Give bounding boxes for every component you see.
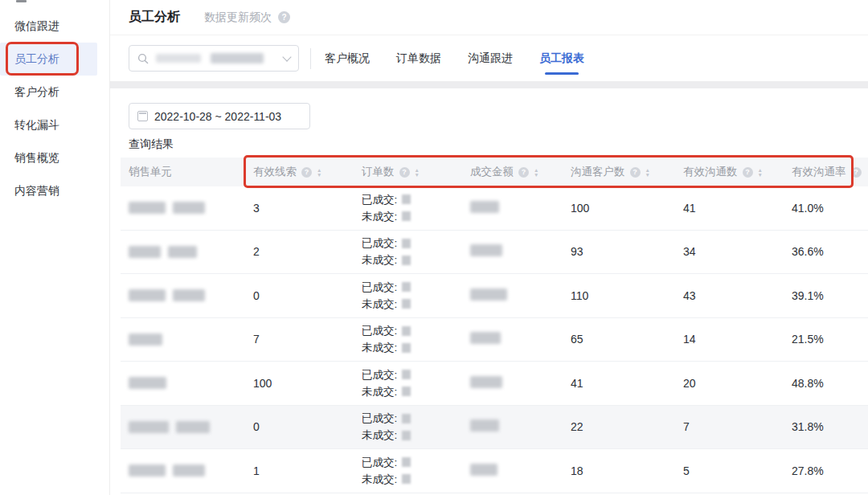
content-area: 2022-10-28 ~ 2022-11-03 查询结果 销售单元有效线索?▲▼… [110, 88, 868, 493]
cell-valid-leads: 7 [253, 333, 362, 346]
tab-order-data[interactable]: 订单数据 [396, 47, 441, 71]
table-body: 3已成交:未成交:1004141.0%2已成交:未成交:933436.6%0已成… [121, 186, 868, 493]
order-status-label: 已成交: [362, 410, 397, 427]
table-row[interactable]: 7已成交:未成交:651421.5% [121, 318, 868, 362]
redacted-amount-block [470, 201, 499, 213]
cell-comm-customer-count: 22 [571, 420, 683, 433]
cell-valid-comm-count: 7 [683, 420, 792, 433]
filter-row: 客户概况订单数据沟通跟进员工报表 [110, 35, 868, 81]
column-label: 销售单元 [129, 165, 172, 179]
cell-valid-comm-rate: 41.0% [792, 202, 868, 215]
tab-customer-overview[interactable]: 客户概况 [325, 47, 370, 71]
sort-icon[interactable]: ▲▼ [534, 168, 538, 177]
redacted-amount-block [470, 288, 507, 301]
sidebar-item-sales-overview[interactable]: 销售概览 [0, 141, 109, 174]
date-range-value: 2022-10-28 ~ 2022-11-03 [154, 110, 281, 123]
sort-icon[interactable]: ▲▼ [645, 168, 650, 177]
cell-order-count: 已成交:未成交: [362, 322, 470, 356]
sort-asc-caret: ▲ [758, 168, 763, 172]
redacted-selection-text [211, 53, 264, 63]
sidebar-item-wechat-followup[interactable]: 微信跟进 [0, 10, 109, 43]
order-status-label: 未成交: [362, 252, 397, 268]
column-label: 有效沟通率 [792, 165, 846, 179]
main-area: 员工分析 数据更新频次 ? 客户概况订单数据沟通跟进员工报表 2022-10-2… [110, 0, 868, 495]
tab-communication-followup[interactable]: 沟通跟进 [468, 47, 513, 71]
redacted-count-block [402, 370, 411, 379]
table-row[interactable]: 1已成交:未成交:18527.8% [121, 449, 868, 493]
table-row[interactable]: 3已成交:未成交:1004141.0% [121, 186, 868, 231]
cell-valid-comm-rate: 27.8% [792, 464, 868, 477]
order-status-label: 未成交: [362, 296, 397, 313]
help-icon[interactable]: ? [301, 167, 312, 178]
cell-valid-leads: 2 [253, 245, 362, 258]
update-frequency-label: 数据更新频次 [204, 10, 272, 25]
order-status-line: 未成交: [362, 208, 470, 225]
column-label: 有效沟通数 [683, 165, 738, 179]
table-row[interactable]: 0已成交:未成交:1104339.1% [121, 274, 868, 318]
sort-desc-caret: ▼ [534, 173, 538, 177]
app-root: 微信跟进员工分析客户分析转化漏斗销售概览内容营销 员工分析 数据更新频次 ? 客… [0, 0, 868, 495]
table-row[interactable]: 100已成交:未成交:412048.8% [121, 362, 868, 406]
cell-deal-amount [470, 201, 571, 215]
employee-search-select[interactable] [129, 45, 299, 72]
order-status-line: 未成交: [362, 296, 470, 313]
order-status-line: 未成交: [362, 252, 470, 268]
sort-desc-caret: ▼ [415, 173, 420, 177]
cell-valid-comm-rate: 31.8% [792, 420, 868, 433]
redacted-name-block [129, 464, 166, 477]
help-icon[interactable]: ? [518, 167, 529, 178]
help-icon[interactable]: ? [399, 167, 410, 178]
table-header-row: 销售单元有效线索?▲▼订单数?▲▼成交金额?▲▼沟通客户数?▲▼有效沟通数?▲▼… [121, 158, 868, 186]
partial-menu-item [16, 0, 27, 2]
cell-valid-comm-count: 5 [683, 464, 792, 477]
cell-sales-unit [121, 289, 253, 301]
redacted-name-block [173, 202, 205, 214]
redacted-count-block [402, 194, 411, 204]
report-table: 销售单元有效线索?▲▼订单数?▲▼成交金额?▲▼沟通客户数?▲▼有效沟通数?▲▼… [121, 158, 868, 493]
redacted-count-block [402, 211, 411, 221]
cell-comm-customer-count: 18 [571, 464, 683, 477]
sidebar-item-customer-analysis[interactable]: 客户分析 [0, 76, 109, 108]
redacted-count-block [402, 387, 411, 396]
redacted-amount-block [470, 244, 502, 256]
order-status-line: 已成交: [362, 410, 470, 427]
sort-icon[interactable]: ▲▼ [317, 168, 321, 177]
cell-valid-comm-rate: 21.5% [792, 333, 868, 346]
sort-desc-caret: ▼ [317, 173, 321, 177]
order-status-line: 已成交: [362, 279, 470, 296]
cell-valid-leads: 0 [253, 420, 362, 433]
tab-employee-report[interactable]: 员工报表 [539, 47, 584, 71]
sort-icon[interactable]: ▲▼ [415, 168, 420, 177]
cell-deal-amount [470, 244, 571, 259]
sort-desc-caret: ▼ [645, 173, 650, 177]
redacted-count-block [402, 239, 411, 248]
col-order-count: 订单数?▲▼ [362, 165, 470, 179]
cell-sales-unit [121, 421, 253, 433]
table-row[interactable]: 0已成交:未成交:22731.8% [121, 406, 868, 450]
col-deal-amount: 成交金额?▲▼ [470, 165, 571, 179]
cell-order-count: 已成交:未成交: [362, 410, 470, 444]
help-icon[interactable]: ? [743, 167, 753, 178]
sidebar: 微信跟进员工分析客户分析转化漏斗销售概览内容营销 [0, 0, 110, 495]
page-title: 员工分析 [129, 9, 180, 26]
sidebar-item-conversion-funnel[interactable]: 转化漏斗 [0, 108, 109, 141]
sort-icon[interactable]: ▲▼ [758, 168, 763, 177]
redacted-count-block [402, 326, 411, 336]
sidebar-item-employee-analysis[interactable]: 员工分析 [0, 43, 97, 76]
sidebar-item-content-marketing[interactable]: 内容营销 [0, 174, 109, 207]
page-header: 员工分析 数据更新频次 ? [110, 0, 868, 35]
order-status-label: 未成交: [362, 383, 397, 400]
redacted-count-block [402, 256, 411, 265]
order-status-label: 未成交: [362, 339, 397, 356]
question-circle-icon[interactable]: ? [278, 11, 290, 23]
help-icon[interactable]: ? [630, 167, 641, 178]
date-range-picker[interactable]: 2022-10-28 ~ 2022-11-03 [129, 103, 310, 129]
help-icon[interactable]: ? [851, 167, 862, 178]
sort-desc-caret: ▼ [758, 173, 763, 177]
redacted-name-block [129, 377, 166, 389]
cell-sales-unit [121, 202, 253, 214]
cell-valid-comm-count: 41 [683, 202, 792, 215]
table-row[interactable]: 2已成交:未成交:933436.6% [121, 231, 868, 275]
order-status-label: 已成交: [362, 191, 397, 208]
redacted-amount-block [470, 376, 502, 388]
